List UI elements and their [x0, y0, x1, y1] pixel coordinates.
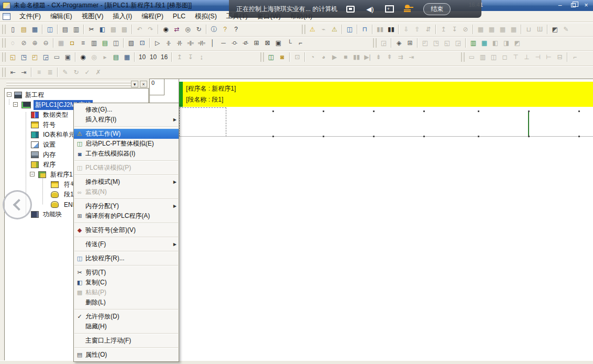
menu-float-in-main-window[interactable]: 主窗口上浮动(F) [74, 336, 179, 346]
instruction-tool[interactable]: ⊞ [251, 38, 262, 48]
close-button[interactable]: × [581, 1, 591, 9]
context-help-icon[interactable]: ? [230, 24, 241, 35]
sma-icon[interactable]: ▧ [126, 38, 137, 48]
pt-tool-1-icon[interactable]: ▭ [466, 52, 477, 62]
address-ref-icon[interactable]: ◉ [78, 52, 89, 62]
work-online-icon[interactable]: ⚠ [307, 24, 318, 35]
print-icon[interactable]: ▤ [60, 24, 71, 35]
fb-online-2-icon[interactable]: ◳ [431, 38, 442, 48]
menu-modify[interactable]: 修改(G)... [74, 105, 179, 115]
back-arrow-overlay[interactable] [3, 190, 32, 219]
fb-online-3-icon[interactable]: ◱ [442, 38, 453, 48]
indent-right-icon[interactable]: ⇥ [18, 67, 29, 78]
sunflower-icon[interactable] [402, 4, 415, 14]
scan-to-end-icon[interactable]: ⇥ [406, 52, 417, 62]
auto-online-icon[interactable]: ⌁ [318, 24, 329, 35]
toolbar-grip[interactable] [461, 52, 465, 62]
online-edit-cancel-icon[interactable]: ✎ [561, 24, 572, 35]
help-icon[interactable]: ? [219, 24, 230, 35]
pt-tool-7-icon[interactable]: ⊣ [532, 52, 543, 62]
menu-copy[interactable]: ◧复制(C) [74, 278, 179, 288]
menu-allow-docking[interactable]: ✓允许停放(D) [74, 312, 179, 322]
fullscreen-icon[interactable] [344, 4, 357, 14]
open-folder-icon[interactable]: ▤ [18, 24, 29, 35]
toolbar-grip[interactable] [2, 68, 6, 77]
menu-transfer[interactable]: 传送(F)▶ [74, 239, 179, 249]
ladder-editor[interactable]: 0 ▶ [程序名 : 新程序1] [段名称 : 段1] [149, 79, 593, 360]
restore-button[interactable] [568, 1, 578, 9]
menu-properties[interactable]: ▤属性(O) [74, 350, 179, 360]
scan-once-icon[interactable]: ◔ [307, 52, 318, 62]
menu-work-online[interactable]: ⚠在线工作(W) [74, 129, 179, 139]
replace-icon[interactable]: ⇄ [171, 24, 182, 35]
magnifier-icon[interactable]: ◌ [7, 38, 18, 48]
output-window-icon[interactable]: ◳ [18, 52, 29, 62]
sim-play-icon[interactable]: ▶ [329, 52, 340, 62]
menubar-item-模拟[interactable]: 模拟(S) [190, 11, 222, 22]
menu-hide[interactable]: 隐藏(H) [74, 322, 179, 332]
menubar-item-编辑[interactable]: 编辑(E) [46, 11, 77, 22]
transfer-from-plc-icon[interactable]: ⇧ [412, 24, 423, 35]
vertical-line-tool[interactable]: │ [207, 38, 218, 48]
flag-icon[interactable]: ▸ [100, 52, 111, 62]
undo-icon[interactable]: ↶ [134, 24, 145, 35]
pt-tool-3-icon[interactable]: ◫ [488, 52, 499, 62]
scan-run-icon[interactable]: ◕ [318, 52, 329, 62]
toolbox-icon[interactable]: + [383, 4, 396, 14]
monitor-view-icon[interactable]: ▦ [122, 52, 133, 62]
signed-decimal-icon[interactable]: 10 [148, 52, 159, 62]
contact-nc-tool[interactable]: -|/|- [174, 38, 185, 48]
sim-pause-icon[interactable]: ▮▮ [351, 52, 362, 62]
new-file-icon[interactable]: ▯ [7, 24, 18, 35]
pt-tool-9-icon[interactable]: ⊟ [554, 52, 565, 62]
fb-online-4-icon[interactable]: ◲ [453, 38, 464, 48]
tree-function-blocks[interactable]: 功能块 [41, 209, 63, 219]
cut-icon[interactable]: ✂ [86, 24, 97, 35]
io-comment-view-icon[interactable]: ▤ [111, 52, 122, 62]
cross-ref-window-icon[interactable]: ◲ [40, 52, 51, 62]
hand-down-icon[interactable]: ↧ [185, 52, 196, 62]
tree-data-types[interactable]: 数据类型 [41, 110, 70, 120]
block-comment-icon[interactable]: ≡ [34, 67, 45, 78]
menu-compare-program[interactable]: ◫比较程序(R)... [74, 253, 179, 263]
paste-icon[interactable]: ▩ [108, 24, 119, 35]
contact-no-tool[interactable]: -||- [163, 38, 174, 48]
pause-monitor-off-icon[interactable]: ▮▮ [375, 24, 386, 35]
coil-tool[interactable]: -O- [229, 38, 240, 48]
toolbar-grip[interactable] [2, 52, 6, 62]
sim-step-icon[interactable]: ▶| [362, 52, 373, 62]
about-icon[interactable]: ⓘ [208, 24, 219, 35]
panel-undock-button[interactable]: ▾ [131, 81, 138, 87]
plc-pt-sim-icon[interactable]: ◫ [266, 52, 277, 62]
tree-settings[interactable]: 设置 [41, 140, 57, 150]
monitor-window-icon[interactable]: ⊡ [137, 38, 148, 48]
ruler-icon[interactable]: ◘ [67, 38, 78, 48]
menubar-item-文件[interactable]: 文件(F) [15, 11, 46, 22]
retrace-icon[interactable]: ↻ [193, 24, 204, 35]
select-tool[interactable]: ▷ [152, 38, 163, 48]
crane-monitor-icon[interactable]: ⊓ [359, 24, 370, 35]
fb-gray-2-icon[interactable]: ◨ [501, 38, 512, 48]
ladder-selection-cell[interactable] [179, 107, 226, 137]
fb-invoke-tool[interactable]: ▣ [273, 38, 284, 48]
force-off-icon[interactable]: ↧ [449, 24, 460, 35]
pt-tool-6-icon[interactable]: ⊥ [521, 52, 532, 62]
menu-delete[interactable]: 删除(L) [74, 297, 179, 307]
menu-insert-program[interactable]: 插入程序(I)▶ [74, 115, 179, 125]
panel-close-button[interactable]: × [140, 81, 147, 87]
trace-back-icon[interactable]: ⌐ [569, 52, 580, 62]
line-down-tool[interactable]: └ [284, 38, 295, 48]
minimize-button[interactable]: – [555, 1, 565, 9]
coil-nc-tool[interactable]: -Ø- [240, 38, 251, 48]
zoom-reset-icon[interactable]: ⊘ [18, 38, 29, 48]
find-bit-icon[interactable]: ◎ [182, 24, 193, 35]
menu-memory-allocation[interactable]: 内存分配(Y)▶ [74, 201, 179, 211]
pt-tool-5-icon[interactable]: ⊤ [510, 52, 521, 62]
toolbar-grip[interactable] [260, 52, 264, 62]
step-out-icon[interactable]: ⇞ [384, 52, 395, 62]
sim-transfer-icon[interactable]: ⊡ [292, 52, 303, 62]
indent-left-icon[interactable]: ⇤ [7, 67, 18, 78]
time-chart-icon[interactable]: ▦ [508, 24, 519, 35]
compare-with-plc-icon[interactable]: ◫ [45, 24, 56, 35]
line-delete-tool[interactable]: ⌐ [295, 38, 306, 48]
